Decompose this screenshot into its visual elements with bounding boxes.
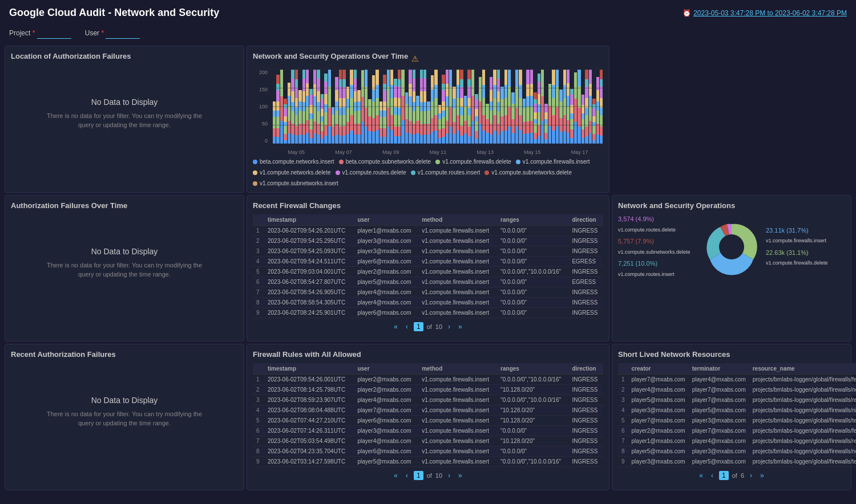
bar-segment — [394, 79, 397, 86]
bar-segment — [288, 106, 290, 121]
bar-segment — [273, 117, 276, 128]
bar-group — [321, 70, 324, 144]
cell-direction: INGRESS — [568, 436, 603, 446]
current-page-btn[interactable]: 1 — [414, 322, 423, 331]
cell-direction: INGRESS — [568, 246, 603, 257]
rules-next-page-btn[interactable]: › — [446, 470, 453, 481]
bar-group — [515, 70, 518, 144]
bar-segment — [321, 139, 324, 144]
sl-current-page-btn[interactable]: 1 — [719, 471, 729, 480]
network-ops-pie-title: Network and Security Operations — [618, 201, 845, 210]
bar-group — [578, 70, 580, 144]
cell-user: player5@mxabs.com — [354, 277, 418, 287]
rules-first-page-btn[interactable]: « — [391, 470, 400, 481]
bar-segment — [497, 102, 500, 111]
cell-user: player7@mxabs.com — [354, 405, 418, 416]
project-value[interactable] — [37, 28, 71, 39]
bar-segment — [398, 70, 401, 79]
cell-resource: projects/bmlabs-loggen/global/firewalls/… — [749, 416, 856, 426]
cell-terminator: player7@mxabs.com — [689, 426, 749, 436]
bar-segment — [339, 127, 342, 136]
bar-segment — [453, 122, 455, 134]
bar-group — [574, 70, 577, 144]
bar-segment — [313, 96, 316, 107]
bar-segment — [405, 133, 408, 144]
bar-segment — [541, 121, 544, 144]
bar-segment — [328, 70, 331, 87]
bar-segment — [390, 70, 393, 85]
cell-resource: projects/bmlabs-loggen/global/firewalls/… — [749, 436, 856, 446]
bar-segment — [559, 101, 562, 118]
bar-segment — [446, 107, 449, 121]
bar-segment — [335, 90, 338, 101]
bar-segment — [570, 119, 573, 129]
bar-segment — [534, 99, 536, 104]
firewall-rules-body: 1 2023-06-02T09:54:26.001UTC player2@mxa… — [253, 375, 603, 467]
bar-segment — [309, 95, 312, 105]
network-ops-time-panel: Network and Security Operations Over Tim… — [247, 46, 609, 193]
user-filter[interactable]: User * — [85, 28, 140, 39]
user-value[interactable] — [106, 28, 140, 39]
bar-segment — [534, 104, 536, 113]
chart-area — [273, 70, 603, 144]
list-item: 1 player7@mxabs.com player4@mxabs.com pr… — [618, 375, 856, 385]
cell-method: v1.compute.firewalls.insert — [418, 277, 497, 287]
bar-group — [519, 70, 522, 144]
firewall-rules-panel: Firewall Rules with All Allowed timestam… — [247, 344, 609, 490]
bar-segment — [449, 107, 452, 126]
time-range-label: 2023-05-03 3:47:28 PM to 2023-06-02 3:47… — [693, 9, 847, 17]
rules-prev-page-btn[interactable]: ‹ — [403, 470, 410, 481]
pie-chart-svg — [703, 218, 760, 277]
rules-current-page-btn[interactable]: 1 — [414, 471, 423, 480]
bar-segment — [457, 131, 459, 144]
firewall-table-header: timestamp user method ranges direction — [253, 214, 603, 226]
rules-last-page-btn[interactable]: » — [456, 470, 465, 481]
x-may09: May 09 — [382, 149, 399, 155]
bar-segment — [567, 107, 570, 120]
table-row: 9 2023-06-02T03:14:27.598UTC player5@mxa… — [253, 457, 603, 467]
bar-segment — [467, 115, 470, 127]
row-num: 1 — [618, 375, 628, 385]
bar-segment — [523, 134, 526, 144]
bar-segment — [321, 116, 324, 121]
bar-segment — [405, 119, 408, 132]
cell-timestamp: 2023-06-02T08:24:25.901UTC — [264, 308, 354, 318]
bar-group — [511, 70, 514, 144]
bar-segment — [375, 70, 378, 85]
cell-method: v1.compute.firewalls.insert — [418, 375, 497, 385]
project-filter[interactable]: Project * — [9, 28, 71, 39]
bar-segment — [467, 98, 470, 108]
cell-ranges: "10.128.0/20" — [497, 405, 568, 416]
bar-segment — [467, 127, 470, 136]
legend-v1-firewalls-delete: v1.compute.firewalls.delete — [435, 158, 511, 165]
bar-segment — [500, 87, 503, 99]
last-page-btn[interactable]: » — [456, 322, 465, 332]
bar-segment — [526, 84, 529, 97]
sl-next-page-btn[interactable]: › — [748, 470, 754, 481]
bar-segment — [409, 84, 411, 96]
sl-first-page-btn[interactable]: « — [697, 470, 705, 481]
bar-segment — [295, 87, 298, 98]
pie-val-1: 3,574 (4.9%) v1.compute.routes.delete — [618, 214, 697, 234]
location-no-data-title: No Data to Display — [91, 97, 158, 107]
prev-page-btn[interactable]: ‹ — [403, 322, 410, 332]
cell-resource: projects/bmlabs-loggen/global/firewalls/… — [749, 446, 856, 457]
first-page-btn[interactable]: « — [391, 322, 400, 332]
sl-last-page-btn[interactable]: » — [758, 470, 766, 481]
bar-segment — [574, 99, 577, 123]
bar-segment — [457, 98, 459, 115]
row3: Recent Authorization Failures No Data to… — [0, 344, 856, 493]
bar-segment — [309, 138, 312, 144]
bar-segment — [438, 129, 441, 137]
bar-group — [589, 70, 592, 144]
bar-segment — [387, 127, 390, 144]
sl-prev-page-btn[interactable]: ‹ — [709, 470, 716, 481]
bar-segment — [398, 98, 401, 108]
bar-group — [567, 70, 570, 144]
bar-segment — [291, 135, 294, 144]
cell-user: player4@mxabs.com — [354, 436, 418, 446]
bar-group — [346, 70, 349, 144]
cell-method: v1.compute.firewalls.insert — [418, 287, 497, 298]
cell-ranges: "0.0.0.0/0" — [497, 257, 568, 267]
next-page-btn[interactable]: › — [446, 322, 453, 332]
